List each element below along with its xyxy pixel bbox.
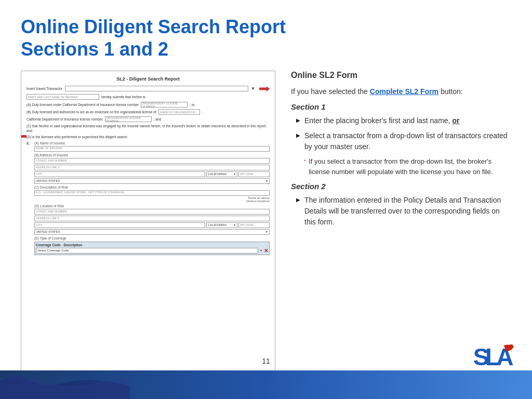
loc-street-input[interactable]: STREET AND NUMBER — [34, 209, 270, 215]
state-select[interactable]: CALIFORNIA ▼ — [206, 171, 237, 177]
insert-saved-input[interactable] — [65, 86, 248, 91]
loc-zip-input[interactable]: ZIP CODE — [238, 222, 270, 228]
bullet-arrow-2: ▶ — [296, 131, 300, 139]
address2-input[interactable]: ADDRESS LINE 2 — [34, 165, 270, 170]
row-c-end: ; and — [154, 117, 161, 121]
row-b-comma: , — [202, 110, 203, 114]
hereby-text: hereby submits that he/she is: — [101, 95, 146, 99]
left-arrow-icon — [21, 134, 26, 139]
loc-country-select[interactable]: UNITED STATES ▼ — [34, 229, 270, 235]
country-select[interactable]: UNITED STATES ▼ — [34, 178, 270, 184]
sla-logo: S L A — [472, 343, 514, 369]
form-title: SL2 - Diligent Search Report — [26, 76, 270, 82]
coverage-table-header: Coverage Code - Description — [36, 243, 268, 247]
broker-name-input[interactable]: FIRST AND LAST NAME OF BROKER — [26, 94, 99, 100]
row-d-text: (C) that he/she or said organizational l… — [26, 124, 270, 133]
risk-input[interactable]: E.G., LAUNDROMAT, LIQUOR STORE - HOT TYP… — [34, 190, 270, 196]
location-label: (D) Location of Risk — [34, 204, 270, 208]
org-license-input[interactable]: ORGANIZATION LICENSE NUMBER — [105, 116, 152, 122]
coverage-table: Coverage Code - Description Select Cover… — [34, 242, 270, 255]
row-b-label: (B) Duly licensed and authorized to act … — [26, 110, 156, 114]
bullet-item-2: ▶ Select a transactor from a drop-down l… — [296, 130, 511, 152]
country-dropdown-icon: ▼ — [265, 179, 268, 182]
loc-city-input[interactable]: CITY — [34, 222, 205, 228]
state-dropdown-icon: ▼ — [233, 172, 236, 176]
complete-sl2-link[interactable]: Complete SL2 Form — [370, 87, 438, 96]
insured-name-label: (A) Name of Insured — [34, 141, 270, 145]
right-arrow-icon — [259, 86, 270, 91]
instructions-panel: Online SL2 Form If you have selected the… — [291, 71, 511, 389]
bullet-arrow-1: ▶ — [296, 116, 300, 124]
insured-address-label: (B) Address of Insured — [34, 153, 270, 157]
loc-address2-input[interactable]: ADDRESS LINE 2 — [34, 216, 270, 221]
section2-heading: Section 2 — [291, 182, 511, 191]
insert-saved-label: Insert Saved Transactor — [26, 87, 62, 90]
zip-input[interactable]: ZIP CODE — [238, 171, 270, 177]
loc-state-select[interactable]: CALIFORNIA ▼ — [206, 222, 237, 228]
section1-heading: Section 1 — [291, 102, 511, 111]
section-2-number: 2. — [26, 141, 30, 145]
street-input[interactable]: STREET AND NUMBER — [34, 158, 270, 164]
bullet-item-3: ▶ The information entered in the Policy … — [296, 195, 511, 228]
dropdown-arrow-icon: ▼ — [251, 86, 255, 91]
row-d2-text: (D) is the licensee who performed or sup… — [26, 135, 270, 139]
bullet-arrow-3: ▶ — [296, 196, 300, 204]
intro-paragraph: If you have selected the Complete SL2 Fo… — [291, 86, 511, 97]
bottom-bar — [0, 370, 532, 399]
sub-bullet-1: • If you select a transactor from the dr… — [304, 156, 511, 177]
coverage-code-select[interactable]: Select Coverage Code — [36, 248, 258, 254]
page-number: 11 — [262, 357, 270, 365]
risk-description-label: (C) Description of Risk — [34, 185, 270, 189]
page-title: Online Diligent Search Report Sections 1… — [21, 16, 511, 60]
form-screenshot-panel: SL2 - Diligent Search Report Insert Save… — [21, 71, 275, 389]
city-input[interactable]: CITY — [34, 171, 205, 177]
coverage-dropdown-icon: ▼ — [260, 249, 262, 252]
row-c-label: California Department of Insurance licen… — [26, 117, 103, 121]
right-panel-title: Online SL2 Form — [291, 71, 511, 80]
row-a-label: (A) Duly licensed under California Depar… — [26, 103, 139, 107]
broker-license-input[interactable]: BROKER/AGENT LICENSE NUMBER — [141, 102, 188, 108]
wave-left — [0, 370, 130, 399]
bullet-item-1: ▶ Enter the placing broker's first and l… — [296, 115, 511, 126]
loc-country-dropdown-icon: ▼ — [265, 230, 268, 233]
section2-bullets: ▶ The information entered in the Policy … — [291, 195, 511, 228]
org-name-input[interactable]: NAME OF ORGANIZATION — [158, 109, 200, 115]
insured-name-input[interactable]: NAME OF INSURED — [34, 146, 270, 152]
remove-coverage-icon[interactable]: ✕ — [264, 248, 268, 254]
sub-bullet-dot-icon: • — [304, 157, 305, 165]
section1-bullets: ▶ Enter the placing broker's first and l… — [291, 115, 511, 152]
same-various-text: Same as above Various locations — [34, 196, 270, 203]
coverage-label: (E) Type of Coverage — [34, 236, 270, 240]
loc-state-dropdown-icon: ▼ — [233, 223, 236, 227]
sla-logo-svg: S L A — [472, 343, 514, 369]
row-a-or: ; or, — [190, 103, 195, 107]
